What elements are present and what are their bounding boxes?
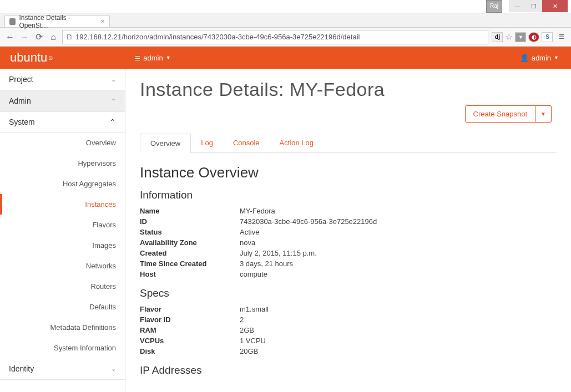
chevron-up-icon: ⌃: [111, 98, 116, 105]
chevron-down-icon: ⌄: [111, 365, 116, 373]
info-row-created: CreatedJuly 2, 2015, 11:15 p.m.: [140, 248, 557, 258]
home-button[interactable]: ⌂: [48, 32, 59, 43]
tab-action-log[interactable]: Action Log: [270, 134, 324, 152]
caret-down-icon: ▼: [166, 55, 171, 60]
brand-badge: ⊙: [48, 55, 53, 61]
overview-heading: Instance Overview: [140, 164, 557, 181]
specs-table: Flavorm1.small Flavor ID2 RAM2GB VCPUs1 …: [140, 304, 557, 357]
sidebar-item-defaults[interactable]: Defaults: [0, 297, 125, 317]
app-header: ubuntu⊙ admin ▼ 👤 admin ▼: [0, 47, 571, 69]
specs-heading: Specs: [140, 287, 557, 299]
extension-s-icon[interactable]: S: [542, 32, 553, 42]
sidebar-item-metadata-definitions[interactable]: Metadata Definitions: [0, 317, 125, 338]
sidebar-panel-identity[interactable]: Identity⌄: [0, 358, 125, 380]
window-user-badge: Raj: [486, 0, 502, 13]
chevron-down-icon: ⌄: [111, 76, 116, 83]
browser-tab[interactable]: Instance Details - OpenSt… ×: [4, 15, 110, 27]
reload-button[interactable]: ⟳: [33, 32, 44, 43]
sidebar-panel-system[interactable]: System⌃: [0, 112, 125, 133]
back-button[interactable]: ←: [4, 32, 16, 43]
sidebar-item-overview[interactable]: Overview: [0, 133, 125, 153]
project-dropdown[interactable]: admin ▼: [135, 54, 170, 62]
create-snapshot-button[interactable]: Create Snapshot: [465, 105, 536, 123]
url-text: 192.168.12.21/horizon/admin/instances/74…: [75, 33, 360, 41]
browser-toolbar: ← → ⟳ ⌂ 🗋 192.168.12.21/horizon/admin/in…: [0, 28, 571, 47]
window-maximize-button[interactable]: ☐: [525, 0, 542, 12]
tab-close-icon[interactable]: ×: [100, 17, 105, 26]
create-snapshot-dropdown[interactable]: ▼: [535, 105, 552, 123]
spec-row-flavor: Flavorm1.small: [140, 304, 557, 314]
extension-icons: dj ☆ ▾ ◐ S: [492, 32, 553, 42]
sidebar: Project⌄ Admin⌃ System⌃ Overview Hypervi…: [0, 69, 125, 392]
spec-row-vcpus: VCPUs1 VCPU: [140, 335, 557, 346]
browser-tab-title: Instance Details - OpenSt…: [19, 14, 97, 29]
user-icon: 👤: [520, 54, 529, 62]
info-row-name: NameMY-Fedora: [140, 206, 557, 216]
page-icon: 🗋: [66, 33, 73, 41]
browser-tab-strip: Instance Details - OpenSt… ×: [0, 13, 571, 28]
user-dropdown-label: admin: [532, 54, 551, 62]
detail-tabs: Overview Log Console Action Log: [140, 134, 557, 153]
extension-icon[interactable]: ▾: [515, 32, 526, 42]
tab-console[interactable]: Console: [223, 134, 270, 152]
user-dropdown[interactable]: 👤 admin ▼: [520, 54, 559, 62]
favicon-icon: [9, 18, 16, 25]
page-actions: Create Snapshot ▼: [465, 105, 552, 123]
info-row-since: Time Since Created3 days, 21 hours: [140, 258, 557, 269]
window-titlebar: Raj — ☐ ✕: [0, 0, 571, 13]
spec-row-flavor-id: Flavor ID2: [140, 314, 557, 325]
browser-menu-button[interactable]: ≡: [556, 31, 567, 43]
project-dropdown-label: admin: [143, 54, 163, 62]
caret-down-icon: ▼: [554, 55, 559, 60]
window-minimize-button[interactable]: —: [509, 0, 525, 12]
sidebar-item-hypervisors[interactable]: Hypervisors: [0, 153, 125, 174]
information-heading: Information: [140, 189, 557, 201]
forward-button[interactable]: →: [19, 32, 30, 43]
project-icon: [135, 54, 140, 62]
window-close-button[interactable]: ✕: [542, 0, 568, 12]
sidebar-item-system-information[interactable]: System Information: [0, 338, 125, 358]
main-content: Instance Details: MY-Fedora Create Snaps…: [125, 69, 571, 392]
sidebar-panel-admin[interactable]: Admin⌃: [0, 90, 125, 112]
django-extension-icon[interactable]: dj: [492, 32, 503, 42]
spec-row-disk: Disk20GB: [140, 346, 557, 357]
sidebar-item-images[interactable]: Images: [0, 235, 125, 256]
ip-heading: IP Addresses: [140, 364, 557, 376]
sidebar-item-host-aggregates[interactable]: Host Aggregates: [0, 174, 125, 194]
info-row-host: Hostcompute: [140, 269, 557, 279]
chevron-up-icon: ⌃: [109, 118, 116, 126]
tab-log[interactable]: Log: [191, 134, 223, 152]
sidebar-item-networks[interactable]: Networks: [0, 256, 125, 276]
brand-logo[interactable]: ubuntu⊙: [0, 50, 63, 65]
spec-row-ram: RAM2GB: [140, 325, 557, 335]
adblock-icon[interactable]: ◐: [528, 32, 539, 42]
info-row-status: StatusActive: [140, 227, 557, 237]
brand-text: ubuntu: [10, 50, 47, 65]
bookmark-star-icon[interactable]: ☆: [505, 32, 513, 42]
info-row-az: Availability Zonenova: [140, 237, 557, 248]
sidebar-item-instances[interactable]: Instances: [0, 194, 125, 215]
info-row-id: ID7432030a-3cbe-49c6-956a-3e725e22196d: [140, 216, 557, 227]
address-bar[interactable]: 🗋 192.168.12.21/horizon/admin/instances/…: [62, 30, 488, 44]
information-table: NameMY-Fedora ID7432030a-3cbe-49c6-956a-…: [140, 206, 557, 279]
sidebar-item-flavors[interactable]: Flavors: [0, 215, 125, 235]
page-title: Instance Details: MY-Fedora: [140, 79, 557, 100]
sidebar-item-routers[interactable]: Routers: [0, 276, 125, 297]
tab-overview[interactable]: Overview: [140, 134, 191, 153]
sidebar-panel-project[interactable]: Project⌄: [0, 69, 125, 90]
